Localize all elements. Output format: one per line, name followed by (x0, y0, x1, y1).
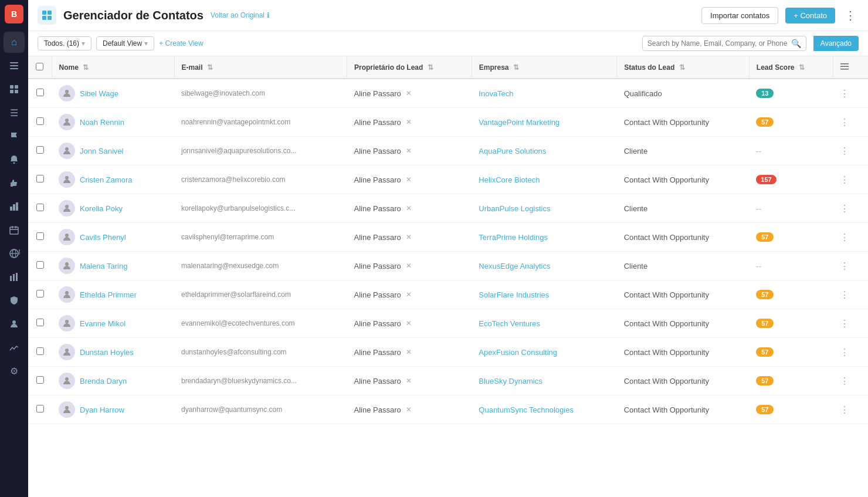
list-icon[interactable]: ☰ (4, 102, 25, 123)
company-link[interactable]: ApexFusion Consulting (479, 348, 557, 357)
select-all-checkbox[interactable] (36, 63, 43, 70)
row-more-button[interactable]: ⋮ (840, 405, 849, 415)
row-checkbox[interactable] (36, 290, 44, 297)
header-checkbox[interactable] (28, 56, 52, 79)
remove-owner-button[interactable]: ✕ (406, 405, 412, 414)
remove-owner-button[interactable]: ✕ (406, 348, 412, 356)
filter-view-button[interactable]: Default View ▾ (96, 36, 154, 50)
svg-point-37 (65, 349, 69, 352)
contact-name-link[interactable]: Dunstan Hoyles (59, 344, 167, 360)
row-more-button[interactable]: ⋮ (840, 232, 849, 242)
contact-name-link[interactable]: Cavils Phenyl (59, 229, 167, 245)
info-icon: ℹ (267, 11, 270, 19)
row-checkbox-cell (28, 223, 52, 252)
company-link[interactable]: NexusEdge Analytics (479, 262, 550, 271)
grid-icon[interactable] (4, 79, 25, 100)
create-view-link[interactable]: + Create View (159, 39, 204, 48)
company-link[interactable]: TerraPrime Holdings (479, 233, 548, 242)
company-link[interactable]: VantagePoint Marketing (479, 118, 560, 127)
home-icon[interactable]: ⌂ (4, 32, 25, 53)
row-checkbox[interactable] (36, 261, 44, 269)
contact-name-link[interactable]: Cristen Zamora (59, 171, 167, 188)
header-lead-score[interactable]: Lead Score ⇅ (749, 56, 833, 79)
contact-name-link[interactable]: Sibel Wage (59, 85, 167, 102)
remove-owner-button[interactable]: ✕ (406, 89, 412, 97)
barchart-icon[interactable] (4, 266, 25, 288)
filter-all-button[interactable]: Todos. (16) ▾ (38, 36, 91, 50)
lead-score-badge: 57 (756, 319, 774, 328)
row-checkbox[interactable] (36, 117, 44, 125)
flag-icon[interactable] (4, 126, 25, 147)
shield-icon[interactable] (4, 290, 25, 311)
person-icon[interactable] (4, 313, 25, 334)
contact-name-link[interactable]: Korella Poky (59, 200, 167, 217)
header-empresa[interactable]: Empresa ⇅ (472, 56, 616, 79)
table-row: Cristen Zamora cristenzamora@helixcorebi… (28, 165, 868, 194)
header-lead-owner[interactable]: Proprietário do Lead ⇅ (347, 56, 472, 79)
row-more-button[interactable]: ⋮ (840, 290, 849, 300)
contact-name-link[interactable]: Noah Rennin (59, 114, 167, 130)
sidebar-logo[interactable]: B (5, 5, 23, 23)
company-link[interactable]: HelixCore Biotech (479, 175, 540, 184)
thumbup-icon[interactable] (4, 173, 25, 194)
search-input[interactable] (647, 39, 788, 48)
import-contacts-button[interactable]: Importar contatos (701, 7, 778, 24)
row-checkbox[interactable] (36, 175, 44, 182)
remove-owner-button[interactable]: ✕ (406, 147, 412, 155)
header-lead-status[interactable]: Status do Lead ⇅ (617, 56, 750, 79)
lead-status-cell: Contact With Opportunity (617, 367, 750, 395)
company-link[interactable]: AquaPure Solutions (479, 147, 546, 155)
contact-name-link[interactable]: Malena Taring (59, 258, 167, 274)
remove-owner-button[interactable]: ✕ (406, 290, 412, 299)
bell-icon[interactable] (4, 149, 25, 170)
row-checkbox[interactable] (36, 204, 44, 211)
company-link[interactable]: UrbanPulse Logistics (479, 204, 550, 213)
remove-owner-button[interactable]: ✕ (406, 319, 412, 327)
contact-name-link[interactable]: Brenda Daryn (59, 373, 167, 389)
company-link[interactable]: BlueSky Dynamics (479, 377, 542, 386)
remove-owner-button[interactable]: ✕ (406, 377, 412, 385)
contact-name-link[interactable]: Dyan Harrow (59, 401, 167, 418)
row-more-button[interactable]: ⋮ (840, 146, 849, 156)
company-link[interactable]: SolarFlare Industries (479, 290, 549, 299)
contacts-icon[interactable] (4, 55, 25, 76)
row-checkbox[interactable] (36, 232, 44, 240)
row-more-button[interactable]: ⋮ (840, 89, 849, 99)
row-checkbox[interactable] (36, 319, 44, 326)
row-checkbox[interactable] (36, 405, 44, 413)
remove-owner-button[interactable]: ✕ (406, 175, 412, 184)
contact-name-link[interactable]: Ethelda Primmer (59, 286, 167, 303)
row-checkbox[interactable] (36, 347, 44, 355)
settings-icon[interactable]: ⚙ (4, 360, 25, 381)
header-nome[interactable]: Nome ⇅ (52, 56, 174, 79)
company-link[interactable]: QuantumSync Technologies (479, 405, 574, 414)
stats-icon[interactable] (4, 337, 25, 358)
row-checkbox[interactable] (36, 146, 44, 154)
contact-name-link[interactable]: Jonn Sanivel (59, 143, 167, 159)
company-link[interactable]: InovaTech (479, 89, 513, 98)
remove-owner-button[interactable]: ✕ (406, 262, 412, 270)
company-link[interactable]: EcoTech Ventures (479, 319, 540, 328)
row-more-button[interactable]: ⋮ (840, 376, 849, 386)
row-more-button[interactable]: ⋮ (840, 117, 849, 127)
contact-name-link[interactable]: Evanne Mikol (59, 315, 167, 332)
header-more-button[interactable]: ⋮ (842, 6, 859, 25)
calendar-icon[interactable] (4, 219, 25, 241)
row-checkbox[interactable] (36, 376, 44, 384)
remove-owner-button[interactable]: ✕ (406, 233, 412, 241)
row-more-button[interactable]: ⋮ (840, 204, 849, 214)
dashboard-icon[interactable] (4, 196, 25, 217)
advanced-button[interactable]: Avançado (813, 36, 859, 51)
add-contact-button[interactable]: + Contato (785, 8, 835, 23)
row-more-button[interactable]: ⋮ (840, 319, 849, 329)
header-email[interactable]: E-mail ⇅ (174, 56, 347, 79)
remove-owner-button[interactable]: ✕ (406, 204, 412, 212)
row-more-button[interactable]: ⋮ (840, 347, 849, 357)
row-more-button[interactable]: ⋮ (840, 261, 849, 271)
back-to-original-link[interactable]: Voltar ao Original ℹ (211, 11, 270, 19)
remove-owner-button[interactable]: ✕ (406, 118, 412, 126)
row-more-button[interactable]: ⋮ (840, 175, 849, 185)
search-icon[interactable]: 🔍 (791, 39, 801, 48)
row-checkbox[interactable] (36, 89, 44, 96)
sidebar-collapse-dots[interactable]: ··· (13, 249, 26, 254)
